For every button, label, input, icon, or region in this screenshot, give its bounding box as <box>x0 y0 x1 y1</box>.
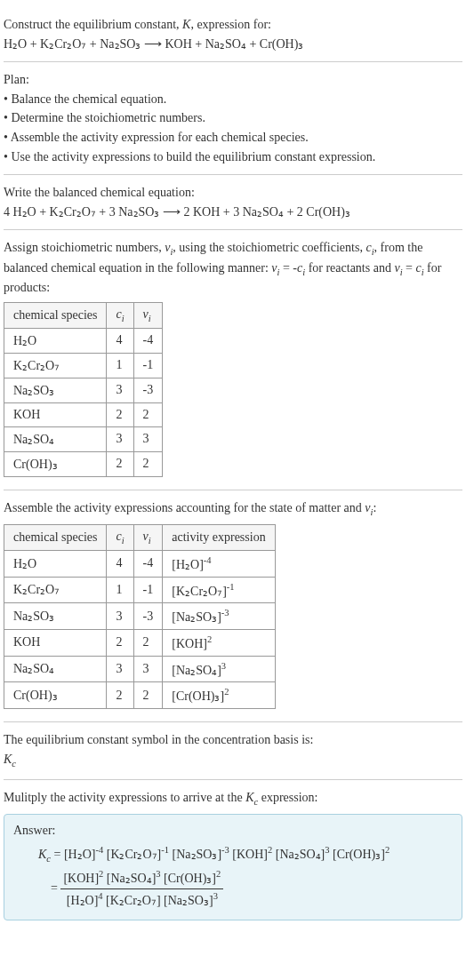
balanced-section: Write the balanced chemical equation: 4 … <box>4 175 462 230</box>
intro-section: Construct the equilibrium constant, K, e… <box>4 7 462 62</box>
table-row: KOH22 <box>4 402 163 426</box>
col-expr: activity expression <box>163 525 275 551</box>
fraction-numerator: [KOH]2 [Na₂SO₄]3 [Cr(OH)₃]2 <box>60 867 223 889</box>
table-row: Cr(OH)₃ 2 2 [Cr(OH)₃]2 <box>4 682 276 709</box>
answer-fraction: [KOH]2 [Na₂SO₄]3 [Cr(OH)₃]2 [H₂O]4 [K₂Cr… <box>60 867 223 911</box>
activity-text: Assemble the activity expressions accoun… <box>4 499 462 519</box>
plan-item: • Use the activity expressions to build … <box>4 148 462 166</box>
symbol-value: Kc <box>4 751 462 770</box>
answer-label: Answer: <box>13 824 453 838</box>
symbol-text: The equilibrium constant symbol in the c… <box>4 731 462 749</box>
activity-expr: [Na₂SO₃]-3 <box>163 603 275 630</box>
multiply-section: Mulitply the activity expressions to arr… <box>4 780 462 928</box>
col-v: νi <box>133 525 163 551</box>
table-row: KOH 2 2 [KOH]2 <box>4 629 276 656</box>
intro-title: Construct the equilibrium constant, K, e… <box>4 16 462 34</box>
table-row: Na₂SO₄ 3 3 [Na₂SO₄]3 <box>4 656 276 682</box>
symbol-section: The equilibrium constant symbol in the c… <box>4 722 462 780</box>
balanced-label: Write the balanced chemical equation: <box>4 184 462 202</box>
col-species: chemical species <box>4 302 107 328</box>
activity-expr: [H₂O]-4 <box>163 550 275 577</box>
col-v: νi <box>133 302 163 328</box>
multiply-text: Mulitply the activity expressions to arr… <box>4 789 462 809</box>
plan-section: Plan: • Balance the chemical equation. •… <box>4 62 462 175</box>
table-row: H₂O 4 -4 [H₂O]-4 <box>4 550 276 577</box>
intro-equation: H₂O + K₂Cr₂O₇ + Na₂SO₃ ⟶ KOH + Na₂SO₄ + … <box>4 36 462 53</box>
table-header-row: chemical species ci νi <box>4 302 163 328</box>
table-row: Na₂SO₄33 <box>4 426 163 451</box>
table-row: K₂Cr₂O₇ 1 -1 [K₂Cr₂O₇]-1 <box>4 577 276 603</box>
col-species: chemical species <box>4 525 107 551</box>
activity-expr: [Cr(OH)₃]2 <box>163 682 275 709</box>
answer-fraction-line: = [KOH]2 [Na₂SO₄]3 [Cr(OH)₃]2 [H₂O]4 [K₂… <box>13 867 453 911</box>
table-row: K₂Cr₂O₇1-1 <box>4 353 163 378</box>
stoich-text: Assign stoichiometric numbers, νi, using… <box>4 239 462 297</box>
balanced-equation: 4 H₂O + K₂Cr₂O₇ + 3 Na₂SO₃ ⟶ 2 KOH + 3 N… <box>4 203 462 221</box>
plan-label: Plan: <box>4 71 462 89</box>
plan-item: • Balance the chemical equation. <box>4 91 462 108</box>
table-row: Na₂SO₃ 3 -3 [Na₂SO₃]-3 <box>4 603 276 630</box>
activity-expr: [KOH]2 <box>163 629 275 656</box>
col-c: ci <box>107 525 133 551</box>
answer-box: Answer: Kc = [H₂O]-4 [K₂Cr₂O₇]-1 [Na₂SO₃… <box>4 814 462 920</box>
fraction-denominator: [H₂O]4 [K₂Cr₂O₇] [Na₂SO₃]3 <box>60 889 223 911</box>
plan-item: • Assemble the activity expression for e… <box>4 129 462 147</box>
col-c: ci <box>107 302 133 328</box>
plan-item: • Determine the stoichiometric numbers. <box>4 109 462 127</box>
activity-table: chemical species ci νi activity expressi… <box>4 524 276 709</box>
table-row: H₂O4-4 <box>4 328 163 353</box>
answer-product-line: Kc = [H₂O]-4 [K₂Cr₂O₇]-1 [Na₂SO₃]-3 [KOH… <box>13 843 453 866</box>
table-header-row: chemical species ci νi activity expressi… <box>4 525 276 551</box>
table-row: Na₂SO₃3-3 <box>4 378 163 402</box>
activity-expr: [K₂Cr₂O₇]-1 <box>163 577 275 603</box>
activity-section: Assemble the activity expressions accoun… <box>4 490 462 722</box>
activity-expr: [Na₂SO₄]3 <box>163 656 275 682</box>
stoich-section: Assign stoichiometric numbers, νi, using… <box>4 230 462 490</box>
stoich-table: chemical species ci νi H₂O4-4 K₂Cr₂O₇1-1… <box>4 302 163 477</box>
table-row: Cr(OH)₃22 <box>4 451 163 476</box>
